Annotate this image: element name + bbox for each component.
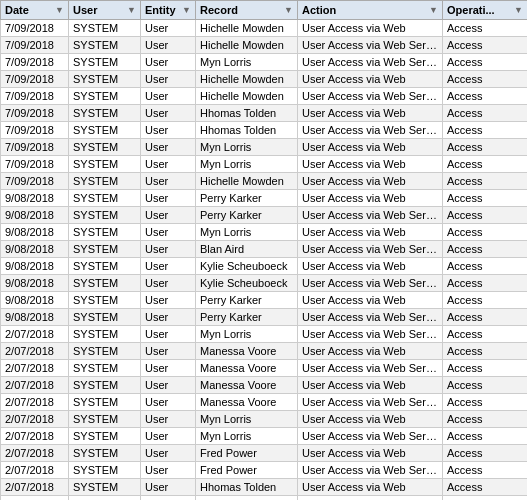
cell-record: Manessa Voore [196,343,298,360]
cell-record: Myn Lorris [196,411,298,428]
column-header-entity[interactable]: Entity▼ [141,1,196,20]
table-row: 2/07/2018SYSTEMUserFred PowerUser Access… [1,462,528,479]
cell-record: Myn Lorris [196,139,298,156]
cell-date: 9/08/2018 [1,309,69,326]
cell-operat: Access [443,275,528,292]
cell-operat: Access [443,360,528,377]
table-row: 2/07/2018SYSTEMUserManessa VooreUser Acc… [1,360,528,377]
cell-user: SYSTEM [69,139,141,156]
filter-icon-user[interactable]: ▼ [127,5,136,15]
cell-entity: User [141,292,196,309]
cell-action: User Access via Web [298,190,443,207]
cell-action: User Access via Web [298,445,443,462]
table-row: 7/09/2018SYSTEMUserMyn LorrisUser Access… [1,156,528,173]
cell-entity: User [141,445,196,462]
cell-operat: Access [443,122,528,139]
column-header-record[interactable]: Record▼ [196,1,298,20]
cell-date: 7/09/2018 [1,156,69,173]
cell-action: User Access via Web [298,411,443,428]
cell-action: User Access via Web [298,105,443,122]
table-row: 2/07/2018SYSTEMUserManessa VooreUser Acc… [1,377,528,394]
cell-entity: User [141,54,196,71]
cell-user: SYSTEM [69,428,141,445]
cell-operat: Access [443,20,528,37]
cell-user: SYSTEM [69,411,141,428]
table-row: 7/09/2018SYSTEMUserMyn LorrisUser Access… [1,139,528,156]
cell-date: 9/08/2018 [1,258,69,275]
cell-entity: User [141,496,196,501]
cell-operat: Access [443,326,528,343]
filter-icon-record[interactable]: ▼ [284,5,293,15]
cell-user: SYSTEM [69,394,141,411]
cell-date: 7/09/2018 [1,71,69,88]
cell-action: User Access via Web Services [298,275,443,292]
cell-record: Hichelle Mowden [196,88,298,105]
cell-operat: Access [443,496,528,501]
cell-action: User Access via Web [298,224,443,241]
column-header-date[interactable]: Date▼ [1,1,69,20]
table-row: 7/09/2018SYSTEMUserHhomas ToldenUser Acc… [1,122,528,139]
table-row: 9/08/2018SYSTEMUserPerry KarkerUser Acce… [1,207,528,224]
column-label-entity: Entity [145,4,176,16]
table-header-row: Date▼User▼Entity▼Record▼Action▼Operati..… [1,1,528,20]
cell-entity: User [141,428,196,445]
column-header-user[interactable]: User▼ [69,1,141,20]
cell-entity: User [141,275,196,292]
cell-operat: Access [443,462,528,479]
cell-action: User Access via Web Services [298,462,443,479]
cell-record: Kylie Scheuboeck [196,258,298,275]
cell-entity: User [141,207,196,224]
column-header-action[interactable]: Action▼ [298,1,443,20]
cell-date: 7/09/2018 [1,20,69,37]
cell-date: 2/07/2018 [1,445,69,462]
cell-record: Manessa Voore [196,377,298,394]
cell-user: SYSTEM [69,105,141,122]
table-row: 2/07/2018SYSTEMUserFred PowerUser Access… [1,445,528,462]
cell-record: Hhomas Tolden [196,105,298,122]
cell-record: Myn Lorris [196,54,298,71]
cell-date: 7/09/2018 [1,105,69,122]
cell-action: User Access via Web Services [298,394,443,411]
filter-icon-operat[interactable]: ▼ [514,5,523,15]
filter-icon-entity[interactable]: ▼ [182,5,191,15]
cell-user: SYSTEM [69,88,141,105]
cell-date: 9/08/2018 [1,224,69,241]
cell-date: 7/09/2018 [1,173,69,190]
cell-entity: User [141,139,196,156]
cell-operat: Access [443,207,528,224]
cell-entity: User [141,156,196,173]
filter-icon-action[interactable]: ▼ [429,5,438,15]
column-label-record: Record [200,4,238,16]
cell-operat: Access [443,241,528,258]
table-row: 2/07/2018SYSTEMUserManessa VooreUser Acc… [1,343,528,360]
cell-entity: User [141,88,196,105]
cell-action: User Access via Web [298,292,443,309]
cell-operat: Access [443,71,528,88]
table-row: 7/09/2018SYSTEMUserHichelle MowdenUser A… [1,37,528,54]
cell-action: User Access via Web Services [298,207,443,224]
column-header-operat[interactable]: Operati...▼ [443,1,528,20]
cell-action: User Access via Web [298,156,443,173]
cell-user: SYSTEM [69,122,141,139]
cell-operat: Access [443,190,528,207]
cell-operat: Access [443,394,528,411]
cell-operat: Access [443,343,528,360]
table-row: 7/09/2018SYSTEMUserHichelle MowdenUser A… [1,173,528,190]
cell-entity: User [141,20,196,37]
cell-user: SYSTEM [69,309,141,326]
cell-date: 2/07/2018 [1,360,69,377]
cell-operat: Access [443,377,528,394]
table-row: 9/08/2018SYSTEMUserMyn LorrisUser Access… [1,224,528,241]
cell-date: 2/07/2018 [1,377,69,394]
table-row: 9/08/2018SYSTEMUserPerry KarkerUser Acce… [1,309,528,326]
filter-icon-date[interactable]: ▼ [55,5,64,15]
cell-record: Manessa Voore [196,394,298,411]
cell-user: SYSTEM [69,54,141,71]
cell-user: SYSTEM [69,241,141,258]
cell-entity: User [141,122,196,139]
cell-date: 2/07/2018 [1,428,69,445]
cell-user: SYSTEM [69,37,141,54]
cell-record: Perry Karker [196,309,298,326]
cell-action: User Access via Web [298,343,443,360]
cell-record: Hichelle Mowden [196,20,298,37]
